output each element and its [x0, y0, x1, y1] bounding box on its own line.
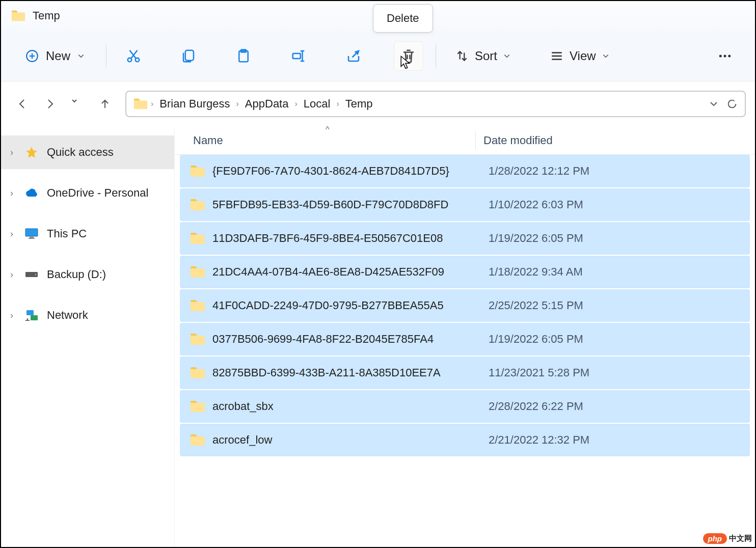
file-row[interactable]: {FE9D7F06-7A70-4301-8624-AEB7D841D7D5}1/… [180, 155, 750, 187]
address-bar[interactable]: › Brian Burgess › AppData › Local › Temp [125, 91, 746, 117]
sidebar-item-label: This PC [47, 227, 87, 240]
more-button[interactable] [710, 41, 740, 71]
chevron-right-icon[interactable]: › [294, 99, 297, 108]
file-row[interactable]: 5FBFDB95-EB33-4D59-B60D-F79C70D8D8FD1/10… [180, 188, 750, 221]
file-date: 2/21/2022 12:32 PM [475, 433, 589, 447]
file-row[interactable]: 11D3DAFB-7BF6-45F9-8BE4-E50567C01E081/19… [180, 222, 750, 255]
new-button-label: New [46, 49, 70, 63]
svg-rect-3 [185, 50, 194, 60]
folder-icon [190, 165, 205, 178]
sort-ascending-icon: ^ [326, 125, 330, 134]
sidebar-item-this-pc[interactable]: › This PC [1, 217, 174, 251]
breadcrumb-item[interactable]: Temp [342, 95, 376, 113]
column-headers: ^ Name Date modified [175, 126, 755, 155]
folder-icon [133, 98, 148, 110]
paste-button[interactable] [229, 41, 258, 71]
file-date: 2/28/2022 6:22 PM [475, 400, 583, 413]
sidebar-item-quick-access[interactable]: › Quick access [1, 135, 174, 169]
svg-rect-6 [293, 53, 301, 59]
svg-rect-13 [29, 238, 35, 239]
column-header-name[interactable]: Name [175, 134, 470, 147]
folder-icon [190, 333, 205, 346]
folder-icon [190, 198, 205, 211]
watermark: php 中文网 [703, 533, 752, 544]
toolbar-separator [106, 44, 106, 68]
sidebar: › Quick access › OneDrive - Personal › T… [1, 126, 174, 547]
chevron-right-icon[interactable]: › [7, 147, 16, 158]
chevron-right-icon[interactable]: › [236, 99, 239, 108]
chevron-right-icon[interactable]: › [151, 99, 153, 108]
column-header-date[interactable]: Date modified [470, 134, 553, 147]
file-name: 5FBFDB95-EB33-4D59-B60D-F79C70D8D8FD [212, 198, 448, 211]
svg-point-15 [35, 274, 37, 276]
content-area: › Quick access › OneDrive - Personal › T… [1, 126, 755, 547]
chevron-right-icon[interactable]: › [336, 99, 339, 108]
chevron-down-icon[interactable] [709, 99, 718, 108]
file-pane: ^ Name Date modified {FE9D7F06-7A70-4301… [174, 126, 755, 547]
svg-rect-17 [31, 315, 38, 320]
folder-icon [190, 232, 205, 245]
view-button-label: View [570, 49, 596, 63]
file-date: 1/10/2022 6:03 PM [475, 198, 583, 211]
file-row[interactable]: 82875BBD-6399-433B-A211-8A385D10EE7A11/2… [180, 357, 750, 389]
folder-icon [190, 433, 205, 447]
star-icon [23, 144, 40, 160]
monitor-icon [23, 226, 40, 242]
file-name: {FE9D7F06-7A70-4301-8624-AEB7D841D7D5} [212, 165, 449, 178]
watermark-brand: php [703, 533, 727, 544]
breadcrumb-item[interactable]: Local [301, 95, 334, 113]
cut-button[interactable] [119, 41, 148, 71]
watermark-text: 中文网 [729, 534, 752, 543]
window-title: Temp [33, 9, 60, 22]
file-date: 1/18/2022 9:34 AM [475, 265, 583, 279]
file-name: 0377B506-9699-4FA8-8F22-B2045E785FA4 [212, 333, 434, 346]
sidebar-item-network[interactable]: › Network [1, 298, 174, 332]
up-button[interactable] [93, 92, 117, 116]
file-date: 1/19/2022 6:05 PM [475, 333, 583, 346]
nav-row: › Brian Burgess › AppData › Local › Temp [1, 81, 755, 126]
sidebar-item-label: Quick access [47, 146, 114, 159]
file-name: 82875BBD-6399-433B-A211-8A385D10EE7A [212, 366, 441, 379]
chevron-right-icon[interactable]: › [7, 269, 16, 280]
breadcrumb-item[interactable]: Brian Burgess [156, 95, 233, 113]
copy-button[interactable] [174, 41, 203, 71]
scissors-icon [126, 48, 141, 64]
sidebar-item-backup[interactable]: › Backup (D:) [1, 258, 174, 291]
svg-point-7 [719, 54, 722, 57]
file-row[interactable]: 21DC4AA4-07B4-4AE6-8EA8-D425AE532F091/18… [180, 256, 750, 288]
chevron-right-icon[interactable]: › [7, 188, 16, 199]
chevron-right-icon[interactable]: › [7, 310, 16, 321]
column-separator[interactable] [475, 131, 476, 149]
copy-icon [181, 48, 196, 64]
file-row[interactable]: 41F0CADD-2249-47D0-9795-B277BBEA55A52/25… [180, 289, 750, 322]
view-list-icon [550, 49, 563, 63]
svg-point-8 [724, 54, 726, 57]
view-button[interactable]: View [543, 44, 616, 68]
file-row[interactable]: acrocef_low2/21/2022 12:32 PM [180, 424, 750, 456]
sort-button[interactable]: Sort [448, 44, 518, 68]
file-date: 1/19/2022 6:05 PM [475, 232, 583, 245]
file-row[interactable]: 0377B506-9699-4FA8-8F22-B2045E785FA41/19… [180, 323, 750, 355]
file-name: 21DC4AA4-07B4-4AE6-8EA8-D425AE532F09 [212, 265, 444, 279]
new-button[interactable]: New [16, 44, 94, 68]
sidebar-item-onedrive[interactable]: › OneDrive - Personal [1, 176, 174, 210]
share-button[interactable] [339, 41, 368, 71]
rename-button[interactable] [284, 41, 313, 71]
rename-icon [291, 48, 306, 64]
delete-tooltip: Delete [373, 4, 433, 33]
chevron-right-icon[interactable]: › [7, 229, 16, 239]
refresh-icon[interactable] [726, 98, 738, 109]
folder-icon [11, 10, 25, 22]
file-row[interactable]: acrobat_sbx2/28/2022 6:22 PM [180, 390, 750, 423]
svg-rect-10 [25, 229, 38, 236]
file-name: 41F0CADD-2249-47D0-9795-B277BBEA55A5 [212, 299, 444, 312]
chevron-down-icon [602, 52, 609, 60]
svg-rect-12 [30, 237, 34, 238]
forward-button[interactable] [38, 92, 62, 116]
share-icon [346, 48, 361, 64]
recent-button[interactable] [65, 92, 90, 116]
sidebar-item-label: Network [47, 309, 88, 322]
file-date: 1/28/2022 12:12 PM [475, 165, 589, 178]
back-button[interactable] [10, 92, 35, 116]
breadcrumb-item[interactable]: AppData [242, 95, 292, 113]
